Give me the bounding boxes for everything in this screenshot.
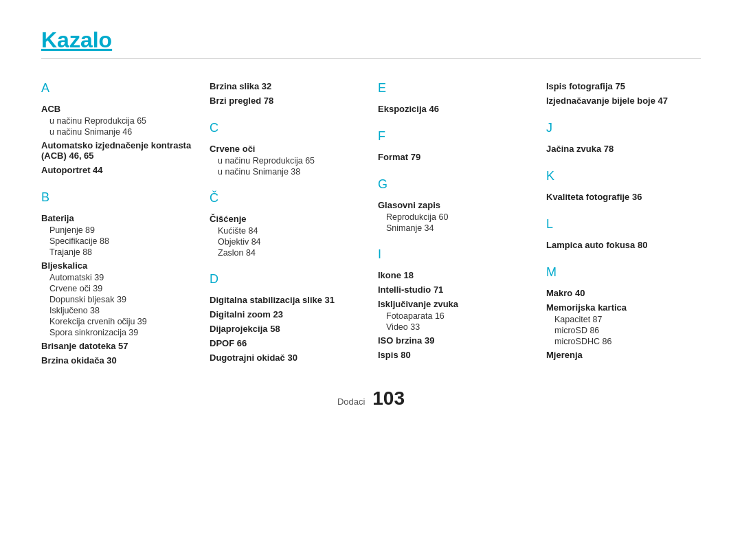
footer-page: 103 bbox=[372, 388, 405, 409]
entry-2-1-0: Format 79 bbox=[378, 152, 532, 162]
entry-2-2-1: Reprodukcija 60 bbox=[378, 212, 532, 222]
entry-2-3-6: Ispis 80 bbox=[378, 350, 532, 360]
footer-label: Dodaci bbox=[337, 396, 365, 407]
column-3: Ispis fotografija 75Izjednačavanje bijel… bbox=[546, 78, 701, 367]
entry-3-0-0: Ispis fotografija 75 bbox=[546, 81, 701, 91]
entry-3-4-1: Memorijska kartica bbox=[546, 302, 701, 313]
entry-3-4-0: Makro 40 bbox=[546, 288, 701, 298]
entry-3-4-2: Kapacitet 87 bbox=[546, 315, 701, 324]
entry-0-0-2: u načinu Snimanje 46 bbox=[41, 127, 196, 137]
letter-heading-G: G bbox=[378, 177, 532, 192]
letter-heading-A: A bbox=[41, 81, 196, 96]
entry-0-1-9: Korekcija crvenih očiju 39 bbox=[41, 317, 196, 326]
entry-1-3-2: Dijaprojekcija 58 bbox=[210, 324, 364, 334]
entry-2-3-3: Fotoaparata 16 bbox=[378, 311, 532, 321]
column-2: EEkspozicija 46FFormat 79GGlasovni zapis… bbox=[378, 78, 532, 367]
entry-2-2-0: Glasovni zapis bbox=[378, 200, 532, 210]
entry-1-1-1: u načinu Reprodukcija 65 bbox=[210, 156, 364, 166]
letter-heading-K: K bbox=[546, 169, 701, 183]
entry-0-1-1: Punjenje 89 bbox=[41, 225, 196, 235]
entry-2-3-1: Intelli-studio 71 bbox=[378, 284, 532, 295]
entry-3-4-5: Mjerenja bbox=[546, 350, 701, 360]
entry-2-2-2: Snimanje 34 bbox=[378, 223, 532, 233]
entry-2-3-4: Video 33 bbox=[378, 322, 532, 332]
letter-heading-Č: Č bbox=[210, 191, 364, 205]
page-title: Kazalo bbox=[41, 27, 701, 53]
entry-1-3-4: Dugotrajni okidač 30 bbox=[210, 352, 364, 363]
entry-3-4-4: microSDHC 86 bbox=[546, 337, 701, 346]
entry-1-2-3: Zaslon 84 bbox=[210, 248, 364, 258]
letter-heading-C: C bbox=[210, 121, 364, 135]
entry-0-1-0: Baterija bbox=[41, 213, 196, 223]
entry-2-0-0: Ekspozicija 46 bbox=[378, 104, 532, 114]
entry-0-0-0: ACB bbox=[41, 104, 196, 114]
entry-0-1-2: Specifikacije 88 bbox=[41, 236, 196, 246]
entry-3-0-1: Izjednačavanje bijele boje 47 bbox=[546, 96, 701, 106]
entry-3-3-0: Lampica auto fokusa 80 bbox=[546, 240, 701, 250]
column-0: AACBu načinu Reprodukcija 65u načinu Sni… bbox=[41, 78, 196, 367]
entry-0-1-6: Crvene oči 39 bbox=[41, 284, 196, 293]
entry-1-3-1: Digitalni zoom 23 bbox=[210, 309, 364, 320]
entry-3-4-3: microSD 86 bbox=[546, 326, 701, 335]
entry-0-1-7: Dopunski bljesak 39 bbox=[41, 295, 196, 304]
entry-3-2-0: Kvaliteta fotografije 36 bbox=[546, 192, 701, 202]
entry-0-0-3: Automatsko izjednačenje kontrasta (ACB) … bbox=[41, 140, 196, 161]
entry-2-3-2: Isključivanje zvuka bbox=[378, 299, 532, 309]
entry-1-1-0: Crvene oči bbox=[210, 144, 364, 154]
letter-heading-I: I bbox=[378, 247, 532, 262]
letter-heading-M: M bbox=[546, 265, 701, 280]
entry-0-1-8: Isključeno 38 bbox=[41, 306, 196, 315]
entry-2-3-0: Ikone 18 bbox=[378, 270, 532, 280]
letter-heading-F: F bbox=[378, 129, 532, 144]
entry-0-1-4: Bljeskalica bbox=[41, 260, 196, 271]
entry-1-0-0: Brzina slika 32 bbox=[210, 81, 364, 91]
entry-2-3-5: ISO brzina 39 bbox=[378, 335, 532, 346]
entry-1-2-0: Čišćenje bbox=[210, 214, 364, 224]
index-grid: AACBu načinu Reprodukcija 65u načinu Sni… bbox=[41, 78, 701, 367]
title-divider bbox=[41, 58, 701, 59]
entry-3-1-0: Jačina zvuka 78 bbox=[546, 144, 701, 154]
entry-1-3-3: DPOF 66 bbox=[210, 338, 364, 348]
letter-heading-J: J bbox=[546, 121, 701, 135]
column-1: Brzina slika 32Brzi pregled 78CCrvene oč… bbox=[210, 78, 364, 367]
entry-0-1-10: Spora sinkronizacija 39 bbox=[41, 328, 196, 337]
entry-1-1-2: u načinu Snimanje 38 bbox=[210, 167, 364, 177]
letter-heading-D: D bbox=[210, 272, 364, 287]
entry-1-0-1: Brzi pregled 78 bbox=[210, 96, 364, 106]
entry-1-2-2: Objektiv 84 bbox=[210, 237, 364, 247]
entry-1-3-0: Digitalna stabilizacija slike 31 bbox=[210, 295, 364, 305]
letter-heading-L: L bbox=[546, 217, 701, 232]
entry-1-2-1: Kućište 84 bbox=[210, 226, 364, 236]
entry-0-1-5: Automatski 39 bbox=[41, 273, 196, 282]
footer: Dodaci 103 bbox=[41, 388, 701, 410]
letter-heading-B: B bbox=[41, 190, 196, 205]
entry-0-1-3: Trajanje 88 bbox=[41, 247, 196, 257]
entry-0-0-1: u načinu Reprodukcija 65 bbox=[41, 116, 196, 126]
entry-0-1-11: Brisanje datoteka 57 bbox=[41, 341, 196, 351]
entry-0-0-4: Autoportret 44 bbox=[41, 165, 196, 175]
letter-heading-E: E bbox=[378, 81, 532, 96]
entry-0-1-12: Brzina okidača 30 bbox=[41, 355, 196, 366]
